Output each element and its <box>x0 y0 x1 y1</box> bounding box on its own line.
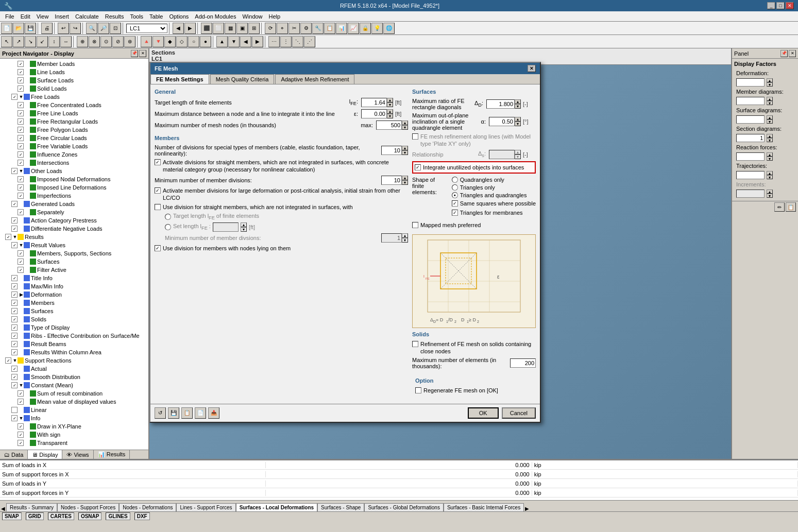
footer-copy-button[interactable]: 📋 <box>181 407 193 419</box>
max-mesh-nodes-spinner: ▲ ▼ <box>376 121 408 130</box>
tab-adaptive-mesh-refinement[interactable]: Adaptive Mesh Refinement <box>275 74 354 84</box>
max-out-of-plane-input[interactable] <box>489 117 515 126</box>
triangles-quadrangles-label: Triangles and quadrangles <box>460 192 527 198</box>
refinement-row: Refinement of FE mesh on solids containi… <box>412 340 536 355</box>
triangles-quadrangles-radio[interactable] <box>452 192 458 198</box>
min-member-divisions-up[interactable]: ▲ <box>402 176 408 180</box>
svg-rect-8 <box>428 240 520 312</box>
use-division-nodes-checkbox[interactable] <box>155 245 161 251</box>
set-length-down[interactable]: ▼ <box>241 227 247 232</box>
target-length-input[interactable] <box>361 98 387 107</box>
solids-section: Solids Refinement of FE mesh on solids c… <box>412 331 536 372</box>
max-distance-spinner: ▲ ▼ <box>361 109 393 118</box>
set-length-input[interactable] <box>213 222 239 232</box>
regenerate-checkbox[interactable] <box>415 387 421 393</box>
activate-large-deform-checkbox[interactable] <box>155 187 161 194</box>
svg-text:l: l <box>423 274 425 279</box>
ok-button[interactable]: OK <box>468 407 499 419</box>
tab-mesh-quality-criteria[interactable]: Mesh Quality Criteria <box>210 74 275 84</box>
max-out-of-plane-label: Maximum out-of-plane inclination of a si… <box>412 112 479 131</box>
num-divisions-down[interactable]: ▼ <box>402 150 408 155</box>
footer-reset-button[interactable]: ↺ <box>155 407 166 419</box>
general-header: General <box>155 89 408 95</box>
num-divisions-up[interactable]: ▲ <box>402 146 408 150</box>
relationship-symbol: Δs: <box>478 150 486 158</box>
set-length-unit: [ft] <box>249 224 262 230</box>
max-mesh-nodes-input[interactable] <box>376 121 402 130</box>
same-squares-checkbox[interactable] <box>452 200 458 207</box>
relationship-label: Relationship <box>412 151 476 158</box>
target-length-label: Target length of finite elements <box>155 99 347 106</box>
min-member-divisions-row: Minimum number of member divisions: ▲ ▼ <box>155 176 408 185</box>
triangles-membranes-checkbox[interactable] <box>452 210 458 216</box>
integrate-checkbox[interactable] <box>415 164 421 170</box>
same-squares-label: Same squares where possible <box>460 200 536 207</box>
max-distance-down[interactable]: ▼ <box>387 114 393 118</box>
set-length-radio-row: Set length lFE : ▲ ▼ [ft] <box>165 222 408 232</box>
max-mesh-nodes-up[interactable]: ▲ <box>402 121 408 125</box>
footer-import-button[interactable]: 📥 <box>208 407 219 419</box>
fe-mesh-refinement-checkbox[interactable] <box>412 133 418 140</box>
footer-paste-button[interactable]: 📄 <box>195 407 206 419</box>
max-ratio-up[interactable]: ▲ <box>515 99 521 104</box>
max-mesh-nodes-label: Maximum number of mesh nodes (in thousan… <box>155 122 359 128</box>
use-division-nodes-label: Use division for members with nodes lyin… <box>163 245 291 252</box>
cancel-button[interactable]: Cancel <box>502 407 536 419</box>
max-out-of-plane-unit: [°] <box>523 118 536 125</box>
min-divisions-down[interactable]: ▼ <box>402 238 408 243</box>
set-length-radio[interactable] <box>165 224 171 230</box>
max-out-of-plane-symbol: α: <box>481 118 486 125</box>
mapped-mesh-checkbox[interactable] <box>412 222 418 228</box>
max-elements-input[interactable] <box>510 358 536 368</box>
max-out-of-plane-up[interactable]: ▲ <box>515 117 521 122</box>
refinement-checkbox[interactable] <box>412 341 418 347</box>
min-divisions-input[interactable] <box>381 233 402 243</box>
target-length-spinner: ▲ ▼ <box>361 98 393 107</box>
triangles-only-radio[interactable] <box>452 184 458 191</box>
relationship-down[interactable]: ▼ <box>515 155 521 159</box>
max-ratio-label: Maximum ratio of FE rectangle diagonals <box>412 98 472 110</box>
tab-fe-mesh-settings[interactable]: FE Mesh Settings <box>150 74 209 84</box>
target-length-down[interactable]: ▼ <box>387 102 393 107</box>
min-divisions-row: Minimum number of member divsions: ▲ ▼ <box>165 233 408 243</box>
relationship-up[interactable]: ▲ <box>515 150 521 155</box>
min-divisions-up[interactable]: ▲ <box>402 233 408 238</box>
max-mesh-nodes-down[interactable]: ▼ <box>402 125 408 130</box>
set-length-up[interactable]: ▲ <box>241 222 247 227</box>
max-ratio-down[interactable]: ▼ <box>515 104 521 109</box>
max-out-of-plane-down[interactable]: ▼ <box>515 122 521 126</box>
fe-mesh-dialog: FE Mesh ✕ FE Mesh Settings Mesh Quality … <box>149 62 541 423</box>
use-division-straight-checkbox[interactable] <box>155 204 161 210</box>
max-distance-label: Maximum distance between a node and a li… <box>155 111 352 117</box>
relationship-unit: [-] <box>523 151 536 158</box>
solids-header: Solids <box>412 331 536 337</box>
dialog-close-button[interactable]: ✕ <box>528 65 536 72</box>
max-mesh-nodes-symbol: max: <box>361 122 373 128</box>
members-header: Members <box>155 135 408 141</box>
triangles-membranes-label: Triangles for membranes <box>460 209 523 216</box>
triangles-only-label: Triangles only <box>460 184 495 191</box>
target-length-radio-row: Target length lFE of finite elements <box>165 213 408 220</box>
dialog-title-bar: FE Mesh ✕ <box>150 63 540 74</box>
footer-save-button[interactable]: 💾 <box>168 407 179 419</box>
max-ratio-input[interactable] <box>486 99 515 109</box>
svg-text:D: D <box>461 317 465 322</box>
option-section: Option Regenerate FE mesh on [OK] <box>412 374 536 399</box>
max-distance-input[interactable] <box>361 109 387 118</box>
members-section: Members Number of divisions for special … <box>155 135 408 254</box>
target-length-radio-label: Target length lFE of finite elements <box>173 213 259 220</box>
dialog-content: General Target length of finite elements… <box>150 84 540 404</box>
target-length-up[interactable]: ▲ <box>387 98 393 102</box>
svg-text:≥ D: ≥ D <box>469 317 476 322</box>
num-divisions-label: Number of divisions for special types of… <box>155 144 379 157</box>
max-distance-row: Maximum distance between a node and a li… <box>155 109 408 118</box>
target-length-radio[interactable] <box>165 214 171 220</box>
relationship-input[interactable] <box>489 150 515 159</box>
svg-text:ε: ε <box>497 274 500 280</box>
min-member-divisions-input[interactable] <box>381 176 402 185</box>
activate-divisions-checkbox[interactable] <box>155 159 161 165</box>
quadrangles-only-radio[interactable] <box>452 177 458 183</box>
num-divisions-input[interactable] <box>381 146 402 155</box>
min-member-divisions-down[interactable]: ▼ <box>402 180 408 185</box>
max-distance-up[interactable]: ▲ <box>387 109 393 114</box>
